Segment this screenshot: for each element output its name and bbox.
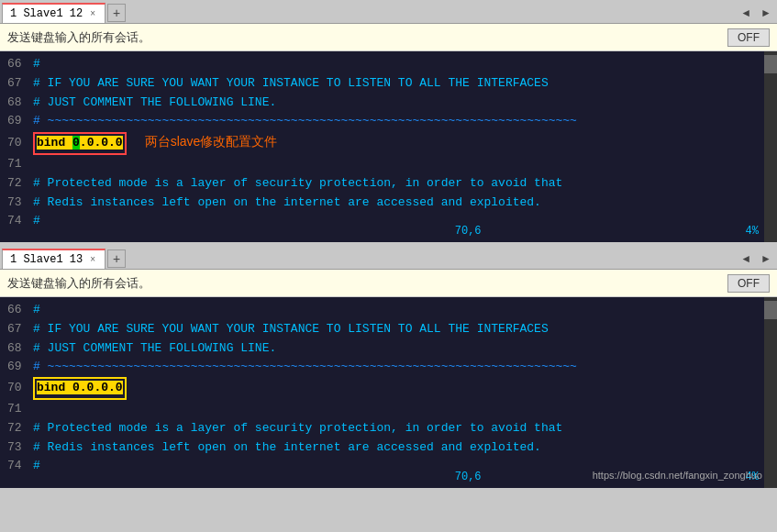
off-button-1[interactable]: OFF [727, 28, 770, 47]
bind-box-2: bind 0.0.0.0 [33, 377, 127, 400]
line-73-2: 73 # Redis instances left open on the in… [7, 438, 770, 458]
tab-add-1[interactable]: + [107, 4, 126, 22]
line-66-1: 66 # [7, 55, 770, 74]
tab-bar-1: 1 Slave1 12 × + ◄ ► [0, 0, 777, 24]
nav-next-1[interactable]: ► [757, 5, 775, 21]
line-70-2: 70 bind 0.0.0.0 [7, 377, 770, 400]
scrollbar-1[interactable] [764, 51, 777, 242]
watermark: https://blog.csdn.net/fangxin_zonghuo [593, 468, 762, 484]
line-69-2: 69 # ~~~~~~~~~~~~~~~~~~~~~~~~~~~~~~~~~~~… [7, 358, 770, 377]
bind-box-1: bind 0.0.0.0 [33, 132, 127, 155]
terminal-wrapper-1: 66 # 67 # IF YOU ARE SURE YOU WANT YOUR … [0, 51, 777, 242]
terminal-2: 66 # 67 # IF YOU ARE SURE YOU WANT YOUR … [0, 297, 777, 488]
tab-slave1-12[interactable]: 1 Slave1 12 × [2, 3, 105, 23]
input-bar-1: 发送键盘输入的所有会话。 OFF [0, 24, 777, 51]
tab-close-1[interactable]: × [88, 8, 97, 18]
line-71-1: 71 [7, 155, 770, 174]
tab-add-2[interactable]: + [107, 249, 126, 268]
input-bar-2: 发送键盘输入的所有会话。 OFF [0, 270, 777, 297]
panel-2: 1 Slave1 13 × + ◄ ► 发送键盘输入的所有会话。 OFF 66 … [0, 246, 777, 488]
tab-label-1: 1 Slave1 12 [10, 7, 83, 20]
nav-prev-2[interactable]: ◄ [737, 250, 755, 267]
line-66-2: 66 # [7, 301, 770, 320]
input-bar-label-1: 发送键盘输入的所有会话。 [7, 29, 727, 46]
panel-1: 1 Slave1 12 × + ◄ ► 发送键盘输入的所有会话。 OFF 66 … [0, 0, 777, 242]
line-69-1: 69 # ~~~~~~~~~~~~~~~~~~~~~~~~~~~~~~~~~~~… [7, 112, 770, 131]
off-button-2[interactable]: OFF [727, 274, 770, 293]
annotation-1: 两台slave修改配置文件 [145, 131, 278, 151]
line-71-2: 71 [7, 400, 770, 419]
line-68-2: 68 # JUST COMMENT THE FOLLOWING LINE. [7, 339, 770, 359]
terminal-1: 66 # 67 # IF YOU ARE SURE YOU WANT YOUR … [0, 51, 777, 242]
scrollbar-thumb-2[interactable] [764, 301, 777, 319]
line-72-2: 72 # Protected mode is a layer of securi… [7, 419, 770, 438]
tab-label-2: 1 Slave1 13 [10, 253, 83, 266]
line-72-1: 72 # Protected mode is a layer of securi… [7, 174, 770, 194]
line-68-1: 68 # JUST COMMENT THE FOLLOWING LINE. [7, 94, 770, 113]
line-67-2: 67 # IF YOU ARE SURE YOU WANT YOUR INSTA… [7, 320, 770, 339]
nav-prev-1[interactable]: ◄ [737, 5, 755, 21]
scrollbar-2[interactable] [764, 297, 777, 488]
tab-slave1-13[interactable]: 1 Slave1 13 × [2, 249, 105, 269]
line-67-1: 67 # IF YOU ARE SURE YOU WANT YOUR INSTA… [7, 74, 770, 94]
terminal-wrapper-2: 66 # 67 # IF YOU ARE SURE YOU WANT YOUR … [0, 297, 777, 488]
line-73-1: 73 # Redis instances left open on the in… [7, 194, 770, 213]
nav-next-2[interactable]: ► [757, 250, 775, 267]
input-bar-label-2: 发送键盘输入的所有会话。 [7, 275, 727, 292]
line-70-1: 70 bind 0.0.0.0 两台slave修改配置文件 [7, 131, 770, 155]
tab-nav-right-1: ◄ ► [737, 5, 775, 21]
tab-bar-2: 1 Slave1 13 × + ◄ ► [0, 246, 777, 270]
tab-nav-right-2: ◄ ► [737, 250, 775, 267]
tab-close-2[interactable]: × [88, 254, 97, 264]
status-bar-1: 70,6 4% [455, 223, 759, 240]
scrollbar-thumb-1[interactable] [764, 55, 777, 73]
